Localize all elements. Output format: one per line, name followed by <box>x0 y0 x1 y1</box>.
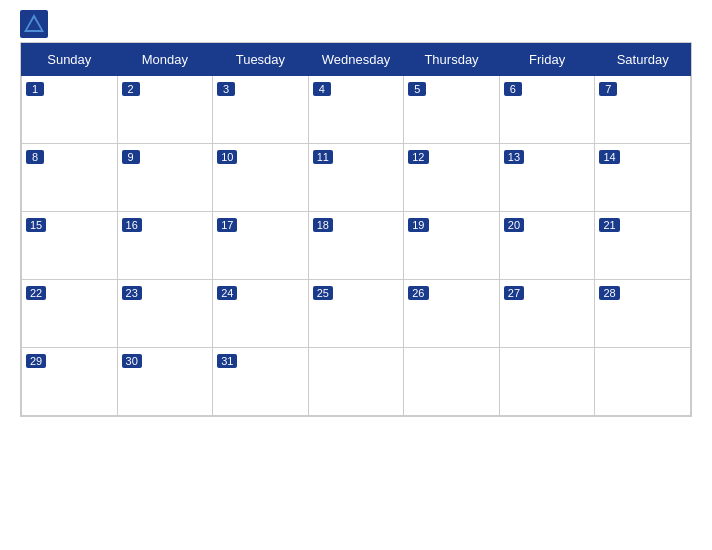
calendar-cell: 16 <box>117 212 213 280</box>
calendar-body: 1234567891011121314151617181920212223242… <box>22 76 691 416</box>
day-header-friday: Friday <box>499 44 595 76</box>
week-row-2: 891011121314 <box>22 144 691 212</box>
day-number: 31 <box>217 354 237 368</box>
day-number: 12 <box>408 150 428 164</box>
calendar-cell: 14 <box>595 144 691 212</box>
day-header-thursday: Thursday <box>404 44 500 76</box>
calendar-cell: 23 <box>117 280 213 348</box>
logo-area <box>20 10 52 38</box>
week-row-3: 15161718192021 <box>22 212 691 280</box>
calendar-cell: 3 <box>213 76 309 144</box>
calendar-cell <box>308 348 404 416</box>
calendar-table-container: SundayMondayTuesdayWednesdayThursdayFrid… <box>20 42 692 417</box>
day-number: 28 <box>599 286 619 300</box>
week-row-4: 22232425262728 <box>22 280 691 348</box>
day-number: 4 <box>313 82 331 96</box>
calendar-header <box>20 10 692 38</box>
day-number: 24 <box>217 286 237 300</box>
calendar-cell: 26 <box>404 280 500 348</box>
week-row-1: 1234567 <box>22 76 691 144</box>
calendar-cell: 24 <box>213 280 309 348</box>
day-number: 5 <box>408 82 426 96</box>
calendar-cell: 17 <box>213 212 309 280</box>
day-header-tuesday: Tuesday <box>213 44 309 76</box>
day-number: 6 <box>504 82 522 96</box>
day-header-wednesday: Wednesday <box>308 44 404 76</box>
calendar-cell: 2 <box>117 76 213 144</box>
day-number: 1 <box>26 82 44 96</box>
day-header-saturday: Saturday <box>595 44 691 76</box>
day-number: 17 <box>217 218 237 232</box>
day-number: 27 <box>504 286 524 300</box>
calendar-cell: 21 <box>595 212 691 280</box>
calendar-cell: 4 <box>308 76 404 144</box>
calendar-cell: 9 <box>117 144 213 212</box>
day-number: 29 <box>26 354 46 368</box>
calendar-cell: 10 <box>213 144 309 212</box>
calendar-cell: 30 <box>117 348 213 416</box>
day-number: 26 <box>408 286 428 300</box>
day-number: 20 <box>504 218 524 232</box>
calendar-cell: 13 <box>499 144 595 212</box>
calendar-cell: 1 <box>22 76 118 144</box>
day-number: 19 <box>408 218 428 232</box>
day-number: 30 <box>122 354 142 368</box>
week-row-5: 293031 <box>22 348 691 416</box>
day-number: 10 <box>217 150 237 164</box>
day-number: 22 <box>26 286 46 300</box>
calendar-cell: 6 <box>499 76 595 144</box>
day-number: 21 <box>599 218 619 232</box>
calendar-cell: 31 <box>213 348 309 416</box>
calendar-cell: 5 <box>404 76 500 144</box>
calendar-cell: 22 <box>22 280 118 348</box>
day-number: 13 <box>504 150 524 164</box>
day-number: 11 <box>313 150 333 164</box>
calendar-cell: 29 <box>22 348 118 416</box>
day-number: 3 <box>217 82 235 96</box>
day-number: 16 <box>122 218 142 232</box>
day-number: 8 <box>26 150 44 164</box>
calendar-cell: 19 <box>404 212 500 280</box>
calendar-cell: 28 <box>595 280 691 348</box>
general-blue-logo-icon <box>20 10 48 38</box>
calendar-cell: 8 <box>22 144 118 212</box>
calendar-cell: 18 <box>308 212 404 280</box>
calendar-cell: 20 <box>499 212 595 280</box>
day-number: 14 <box>599 150 619 164</box>
calendar-cell <box>499 348 595 416</box>
day-number: 15 <box>26 218 46 232</box>
calendar-cell: 7 <box>595 76 691 144</box>
calendar-cell: 25 <box>308 280 404 348</box>
calendar-cell: 11 <box>308 144 404 212</box>
day-number: 7 <box>599 82 617 96</box>
calendar-cell <box>404 348 500 416</box>
calendar-table: SundayMondayTuesdayWednesdayThursdayFrid… <box>21 43 691 416</box>
days-of-week-row: SundayMondayTuesdayWednesdayThursdayFrid… <box>22 44 691 76</box>
day-header-monday: Monday <box>117 44 213 76</box>
day-number: 9 <box>122 150 140 164</box>
calendar-cell: 15 <box>22 212 118 280</box>
calendar-cell: 12 <box>404 144 500 212</box>
day-number: 18 <box>313 218 333 232</box>
calendar-cell <box>595 348 691 416</box>
day-number: 25 <box>313 286 333 300</box>
calendar-cell: 27 <box>499 280 595 348</box>
day-number: 2 <box>122 82 140 96</box>
day-header-sunday: Sunday <box>22 44 118 76</box>
day-number: 23 <box>122 286 142 300</box>
calendar-header-row: SundayMondayTuesdayWednesdayThursdayFrid… <box>22 44 691 76</box>
